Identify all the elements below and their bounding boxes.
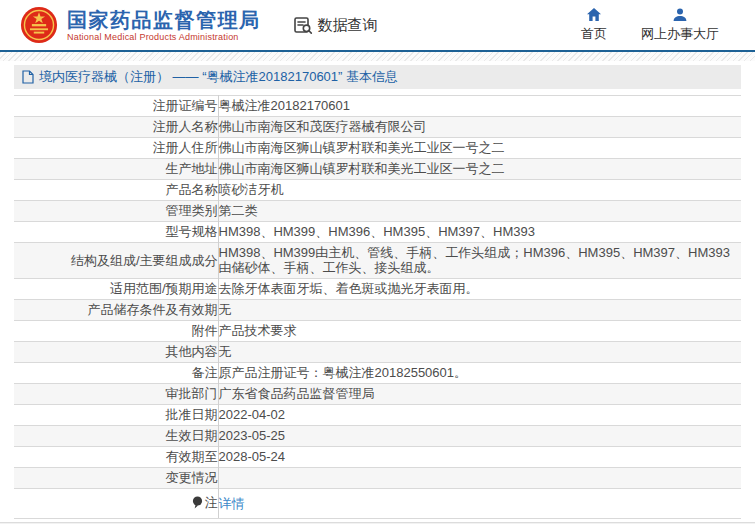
row-label: 注册人名称 <box>153 119 218 134</box>
row-value-cell: 产品技术要求 <box>218 321 741 342</box>
row-value-cell: 2023-05-25 <box>218 426 741 447</box>
row-value-cell: 详情 <box>218 489 741 519</box>
nav-service-hall-label: 网上办事大厅 <box>641 25 719 43</box>
row-label: 其他内容 <box>166 344 218 359</box>
row-label-cell: 适用范围/预期用途 <box>14 279 218 300</box>
nav-service-hall[interactable]: 网上办事大厅 <box>641 7 719 43</box>
row-value-cell: 2028-05-24 <box>218 447 741 468</box>
row-label-cell: 管理类别 <box>14 201 218 222</box>
table-row: 结构及组成/主要组成成分 HM398、HM399由主机、管线、手柄、工作头组成；… <box>14 243 741 279</box>
table-row: 变更情况 <box>14 468 741 489</box>
row-value-cell: 佛山市南海区狮山镇罗村联和美光工业区一号之二 <box>218 159 741 180</box>
data-query-label: 数据查询 <box>318 16 378 35</box>
row-value: 2023-05-25 <box>219 428 286 443</box>
note-balloon-icon <box>192 496 203 512</box>
breadcrumb: 境内医疗器械（注册） —— “粤械注准20182170601” 基本信息 <box>14 65 741 89</box>
home-icon <box>586 7 602 23</box>
row-value: 广东省食品药品监督管理局 <box>219 386 375 401</box>
row-label: 变更情况 <box>166 470 218 485</box>
row-value-cell: 原产品注册证号：粤械注准20182550601。 <box>218 363 741 384</box>
hatch-decoration-band <box>0 52 755 61</box>
table-row: 注册人住所 佛山市南海区狮山镇罗村联和美光工业区一号之二 <box>14 138 741 159</box>
detail-link[interactable]: 详情 <box>219 496 245 511</box>
table-row: 生效日期 2023-05-25 <box>14 426 741 447</box>
row-value: 佛山市南海区狮山镇罗村联和美光工业区一号之二 <box>219 161 505 176</box>
nav-home-label: 首页 <box>581 25 607 43</box>
row-value-cell: 佛山市南海区和茂医疗器械有限公司 <box>218 117 741 138</box>
row-value: 粤械注准20182170601 <box>219 98 351 113</box>
data-query-button[interactable]: 数据查询 <box>293 15 378 35</box>
table-row: 有效期至 2028-05-24 <box>14 447 741 468</box>
agency-subtitle: National Medical Products Administration <box>67 32 261 42</box>
row-value-cell: HM398、HM399由主机、管线、手柄、工作头组成；HM396、HM395、H… <box>218 243 741 279</box>
row-label-cell: 审批部门 <box>14 384 218 405</box>
row-value: 去除牙体表面牙垢、着色斑或抛光牙表面用。 <box>219 281 479 296</box>
agency-title-block: 国家药品监督管理局 National Medical Products Admi… <box>67 9 261 42</box>
row-label-cell: 有效期至 <box>14 447 218 468</box>
row-label: 生效日期 <box>166 428 218 443</box>
row-label: 型号规格 <box>166 224 218 239</box>
row-label-cell: 变更情况 <box>14 468 218 489</box>
row-label: 管理类别 <box>166 203 218 218</box>
document-icon <box>22 70 34 84</box>
row-value: 2022-04-02 <box>219 407 286 422</box>
agency-title: 国家药品监督管理局 <box>67 9 261 31</box>
row-label-cell: 其他内容 <box>14 342 218 363</box>
row-value: 产品技术要求 <box>219 323 297 338</box>
row-label: 注册人住所 <box>153 140 218 155</box>
row-label: 批准日期 <box>166 407 218 422</box>
row-label-cell: 产品储存条件及有效期 <box>14 300 218 321</box>
row-value-cell: 2022-04-02 <box>218 405 741 426</box>
table-row: 批准日期 2022-04-02 <box>14 405 741 426</box>
row-label: 备注 <box>192 365 218 380</box>
row-label-cell: 生产地址 <box>14 159 218 180</box>
row-value-cell: 佛山市南海区狮山镇罗村联和美光工业区一号之二 <box>218 138 741 159</box>
row-value-cell: 广东省食品药品监督管理局 <box>218 384 741 405</box>
national-emblem-icon <box>20 6 58 44</box>
nmpa-logo: 国家药品监督管理局 National Medical Products Admi… <box>20 6 261 44</box>
table-row: 其他内容 无 <box>14 342 741 363</box>
breadcrumb-text: 境内医疗器械（注册） —— “粤械注准20182170601” 基本信息 <box>39 68 398 86</box>
row-value-cell: 第二类 <box>218 201 741 222</box>
row-value: 无 <box>219 344 232 359</box>
row-value-cell: HM398、HM399、HM396、HM395、HM397、HM393 <box>218 222 741 243</box>
table-row: 生产地址 佛山市南海区狮山镇罗村联和美光工业区一号之二 <box>14 159 741 180</box>
row-value-cell: 粤械注准20182170601 <box>218 96 741 117</box>
row-label-cell: 型号规格 <box>14 222 218 243</box>
row-label-cell: 注册人名称 <box>14 117 218 138</box>
registration-info-table: 注册证编号 粤械注准20182170601 注册人名称 佛山市南海区和茂医疗器械… <box>14 95 741 519</box>
page-header: 国家药品监督管理局 National Medical Products Admi… <box>0 0 755 50</box>
table-row: 产品储存条件及有效期 无 <box>14 300 741 321</box>
row-value-cell: 无 <box>218 342 741 363</box>
row-label: 有效期至 <box>166 449 218 464</box>
user-icon <box>672 7 688 23</box>
row-value-cell <box>218 468 741 489</box>
row-label-cell: 附件 <box>14 321 218 342</box>
row-label-cell: 批准日期 <box>14 405 218 426</box>
row-label: 审批部门 <box>166 386 218 401</box>
table-row: 型号规格 HM398、HM399、HM396、HM395、HM397、HM393 <box>14 222 741 243</box>
row-value: 无 <box>219 302 232 317</box>
row-label: 注册证编号 <box>153 98 218 113</box>
top-nav: 首页 网上办事大厅 <box>581 7 719 43</box>
row-label: 注 <box>205 495 218 510</box>
table-row: 产品名称 喷砂洁牙机 <box>14 180 741 201</box>
row-value: 2028-05-24 <box>219 449 286 464</box>
table-row: 附件 产品技术要求 <box>14 321 741 342</box>
row-value-cell: 喷砂洁牙机 <box>218 180 741 201</box>
row-label: 适用范围/预期用途 <box>110 281 218 296</box>
row-value: 佛山市南海区狮山镇罗村联和美光工业区一号之二 <box>219 140 505 155</box>
row-label-cell: 结构及组成/主要组成成分 <box>14 243 218 279</box>
row-value: HM398、HM399、HM396、HM395、HM397、HM393 <box>219 224 535 239</box>
nav-home[interactable]: 首页 <box>581 7 607 43</box>
list-search-icon <box>293 15 313 35</box>
row-label: 产品储存条件及有效期 <box>88 302 218 317</box>
row-label-cell: 注 <box>14 489 218 519</box>
row-value: HM398、HM399由主机、管线、手柄、工作头组成；HM396、HM395、H… <box>219 245 730 275</box>
row-value-cell: 无 <box>218 300 741 321</box>
table-row: 注册人名称 佛山市南海区和茂医疗器械有限公司 <box>14 117 741 138</box>
row-label-cell: 注册证编号 <box>14 96 218 117</box>
row-label-cell: 生效日期 <box>14 426 218 447</box>
row-value: 佛山市南海区和茂医疗器械有限公司 <box>219 119 427 134</box>
row-label-cell: 备注 <box>14 363 218 384</box>
